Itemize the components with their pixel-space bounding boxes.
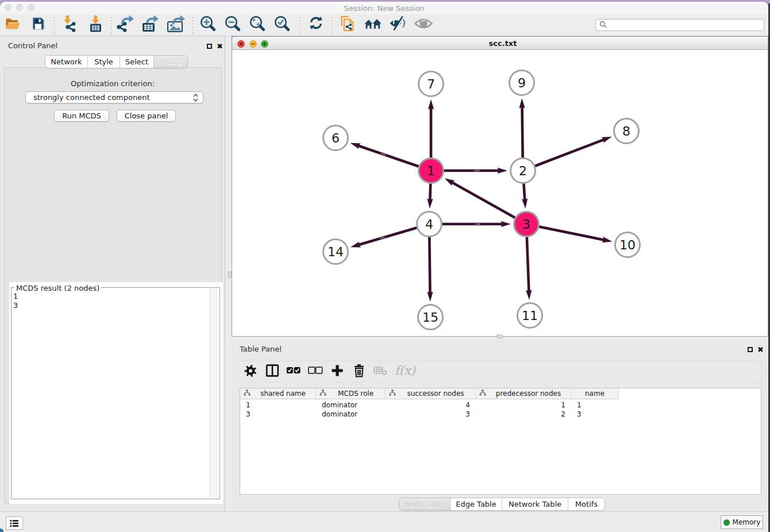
graph-node-label: 2 (519, 164, 527, 178)
table-tab-edge-table[interactable]: Edge Table (451, 498, 502, 510)
column-header-successor-nodes[interactable]: successor nodes (386, 388, 476, 399)
toolbar-export-image-button[interactable] (165, 17, 185, 33)
toolbar-zoom-fit-button[interactable] (248, 17, 267, 33)
toolbar-separator (192, 17, 193, 34)
deselect-all-icon (308, 363, 323, 380)
node-table[interactable]: shared nameMCDS rolesuccessor nodesprede… (240, 388, 761, 495)
control-tab-mcds[interactable]: MCDS (154, 56, 187, 68)
optimization-criterion-select[interactable]: strongly connected component (25, 91, 203, 103)
table-cell[interactable]: 4 (386, 400, 470, 410)
table-tab-node-table[interactable]: Node Table (399, 498, 451, 510)
graph-node-label: 11 (522, 309, 538, 323)
table-toolbar-function-builder-button: f(x) (397, 364, 413, 380)
application-root: Session: New Session Control Panel ✖ Net… (0, 0, 770, 532)
toolbar-show-details-button[interactable] (414, 17, 433, 33)
toolbar-reset-home-button[interactable] (363, 17, 383, 33)
table-toolbar-add-button[interactable] (329, 364, 345, 380)
toolbar-import-table-button[interactable] (86, 17, 105, 33)
table-panel-close-icon[interactable]: ✖ (757, 346, 764, 353)
delete-icon (352, 363, 367, 380)
table-panel: Table Panel ✖ shared nameMCDS rolesucces… (232, 340, 768, 511)
table-tab-network-table[interactable]: Network Table (502, 498, 568, 510)
column-edit-icon (389, 390, 396, 398)
zoom-selected-icon (274, 16, 290, 34)
toolbar-export-network-button[interactable] (116, 17, 135, 33)
toolbar-save-session-button[interactable] (28, 17, 48, 33)
vertical-splitter-handle[interactable] (228, 271, 232, 278)
toolbar-zoom-out-button[interactable] (223, 17, 242, 33)
column-edit-icon (319, 390, 326, 398)
mcds-result-text[interactable]: 1 3 (13, 292, 18, 310)
toolbar-export-table-button[interactable] (140, 17, 160, 33)
table-cell[interactable]: 3 (577, 410, 582, 419)
search-box[interactable] (595, 19, 764, 31)
table-cell[interactable]: 3 (246, 410, 251, 419)
control-panel-tabs: NetworkStyleSelectMCDS (45, 55, 188, 68)
column-header-predecessor-nodes[interactable]: predecessor nodes (476, 388, 571, 399)
control-tab-network[interactable]: Network (45, 56, 88, 68)
edge-arrowhead (522, 198, 528, 209)
table-toolbar-select-all-button[interactable] (286, 364, 302, 380)
table-tab-motifs[interactable]: Motifs (568, 498, 605, 510)
table-cell[interactable]: 2 (476, 410, 565, 419)
control-tab-select[interactable]: Select (120, 56, 154, 68)
network-window-titlebar[interactable]: scc.txt (232, 37, 768, 50)
toolbar-apply-layout-button[interactable] (306, 17, 326, 33)
import-network-icon (61, 15, 79, 34)
table-tab-label: Node Table (404, 500, 445, 508)
select-chevrons-icon (192, 93, 199, 104)
table-cell[interactable]: dominator (322, 410, 357, 419)
network-window-title: scc.txt (235, 39, 770, 48)
table-cell[interactable]: 1 (476, 400, 565, 410)
hide-details-icon (389, 15, 407, 34)
table-toolbar-column-settings-button[interactable] (242, 364, 259, 380)
table-cell[interactable]: dominator (322, 400, 357, 410)
zoom-in-icon (200, 16, 216, 34)
horizontal-splitter-handle[interactable] (496, 334, 503, 338)
table-cell[interactable]: 1 (577, 400, 582, 410)
control-tab-style[interactable]: Style (88, 56, 120, 68)
search-icon (599, 20, 607, 30)
column-header-MCDS-role[interactable]: MCDS role (316, 388, 386, 399)
add-icon (330, 363, 345, 380)
graph-node-label: 4 (425, 217, 433, 232)
column-header-name[interactable]: name (571, 388, 619, 399)
edge-label-mark (475, 170, 480, 171)
column-header-shared-name[interactable]: shared name (240, 388, 316, 399)
network-graph-canvas[interactable]: 7968124314101511 (232, 50, 768, 336)
control-panel-close-icon[interactable]: ✖ (217, 43, 223, 50)
mcds-result-groupbox (11, 287, 220, 499)
table-toolbar-deselect-all-button[interactable] (307, 364, 324, 380)
run-mcds-button[interactable]: Run MCDS (54, 110, 109, 122)
task-history-button[interactable] (6, 516, 23, 530)
control-tab-label: Network (51, 57, 82, 66)
toolbar-hide-details-button[interactable] (388, 17, 408, 33)
control-panel-float-icon[interactable] (207, 44, 212, 49)
graph-node-label: 1 (427, 164, 435, 178)
edge-arrowhead (428, 99, 434, 110)
toolbar-clone-network-button[interactable] (338, 17, 357, 33)
column-header-label: name (571, 390, 618, 398)
table-cell[interactable]: 3 (386, 410, 470, 419)
toolbar-zoom-selected-button[interactable] (272, 17, 292, 33)
split-panel-icon (265, 363, 280, 380)
window-title: Session: New Session (0, 4, 768, 13)
save-session-icon (30, 16, 45, 33)
toolbar-open-session-button[interactable] (3, 17, 22, 33)
edge-arrowhead (498, 168, 508, 174)
edge-arrowhead (501, 221, 511, 227)
show-details-icon (414, 16, 433, 33)
table-toolbar-delete-table-button (373, 364, 389, 380)
result-scrollbar[interactable] (210, 288, 217, 498)
reset-home-icon (364, 16, 382, 34)
import-table-icon (87, 15, 103, 34)
close-panel-button[interactable]: Close panel (117, 110, 176, 122)
memory-button[interactable]: Memory (721, 515, 763, 529)
table-toolbar-split-panel-button[interactable] (264, 364, 280, 380)
table-panel-float-icon[interactable] (748, 347, 753, 352)
table-toolbar-delete-button[interactable] (351, 364, 367, 380)
edge-label-mark (475, 223, 480, 225)
table-cell[interactable]: 1 (246, 400, 251, 410)
toolbar-import-network-button[interactable] (60, 17, 80, 33)
toolbar-zoom-in-button[interactable] (198, 17, 218, 33)
